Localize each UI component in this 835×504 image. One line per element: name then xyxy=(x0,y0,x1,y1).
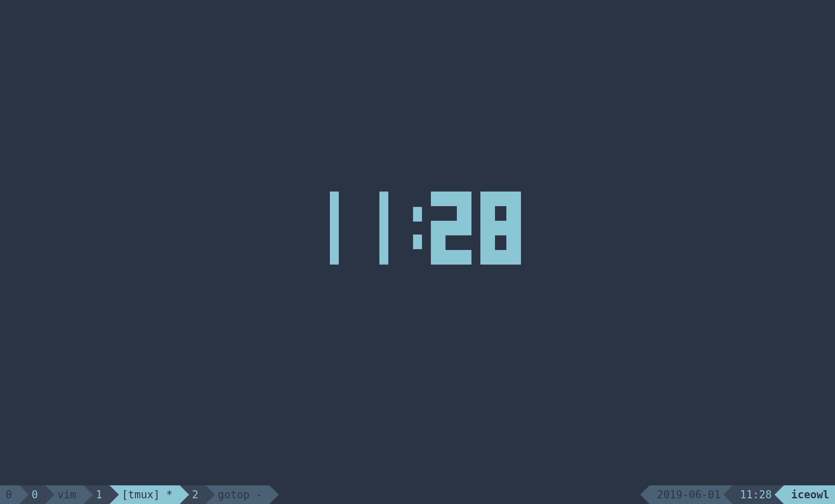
window-name: vim xyxy=(57,489,76,501)
window-index: 1 xyxy=(96,489,102,501)
clock-digit xyxy=(480,192,521,265)
clock-digit xyxy=(431,192,471,265)
clock-digit xyxy=(364,192,404,265)
hostname-text: iceowl xyxy=(791,489,829,501)
window-tab-1-active[interactable]: [tmux] * xyxy=(110,485,180,504)
clock-digit xyxy=(314,192,355,265)
session-indicator[interactable]: 0 xyxy=(0,485,19,504)
session-index: 0 xyxy=(6,489,12,501)
clock-colon xyxy=(413,207,422,249)
window-name: gotop xyxy=(218,489,250,501)
big-clock xyxy=(314,192,521,265)
date-text: 2019-06-01 xyxy=(657,489,721,501)
window-name: [tmux] xyxy=(122,489,160,501)
time-text: 11:28 xyxy=(740,489,772,501)
window-index: 0 xyxy=(32,489,38,501)
window-tab-2[interactable]: gotop - xyxy=(206,485,270,504)
status-hostname: iceowl xyxy=(784,485,835,504)
window-flag: * xyxy=(166,489,173,501)
clock-pane xyxy=(0,0,835,485)
status-left: 0 0 vim 1 [tmux] * 2 gotop - xyxy=(0,485,269,504)
status-right: 2019-06-01 11:28 iceowl xyxy=(650,485,835,504)
window-index: 2 xyxy=(192,489,198,501)
status-spacer xyxy=(269,485,650,504)
tmux-status-bar: 0 0 vim 1 [tmux] * 2 gotop - xyxy=(0,485,835,504)
status-date: 2019-06-01 xyxy=(650,485,733,504)
window-flag: - xyxy=(256,489,263,501)
